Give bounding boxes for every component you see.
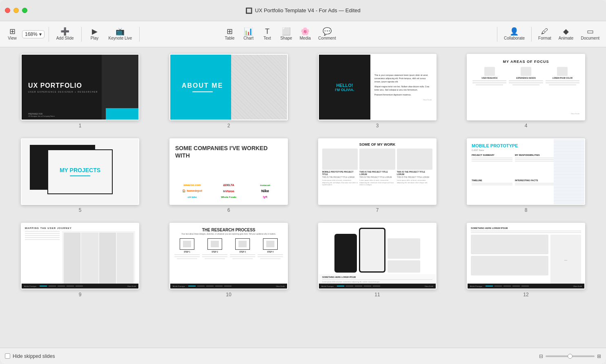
slide-thumb-6[interactable]: SOME COMPANIES I'VE WORKED WITH amazon.c… <box>169 138 288 205</box>
slide7-item1-title: MOBILE PROTOTYPE PROJECT TITLE <box>322 171 358 175</box>
collaborate-button[interactable]: 👤 Collaborate <box>501 26 528 42</box>
slide-number-4: 4 <box>525 123 528 129</box>
slide1-title: UX PORTFOLIO <box>28 82 98 89</box>
text-button[interactable]: T Text <box>258 26 276 42</box>
slide-item-7[interactable]: SOME OF MY WORK MOBILE PROTOTYPE PROJECT… <box>307 138 448 213</box>
slide-item-5[interactable]: MY PROJECTS 5 <box>10 138 150 213</box>
slide-item-10[interactable]: THE RESEARCH PROCESS Your text about the… <box>158 223 299 297</box>
slide-item-6[interactable]: SOME COMPANIES I'VE WORKED WITH amazon.c… <box>158 138 299 213</box>
slide7-item2-sub: THIS IS THE PROJECT TITLE LORUM <box>359 176 395 178</box>
comment-label: Comment <box>318 36 336 40</box>
add-slide-button[interactable]: ➕ Add Slide <box>53 26 77 42</box>
title-text: UX Portfolio Template V4 - For Ads — Edi… <box>255 7 360 13</box>
chart-icon: 📊 <box>244 28 253 35</box>
fullscreen-button[interactable] <box>22 8 27 13</box>
slide-thumb-3[interactable]: HELLO! I'M OLIVIA. This is your compass … <box>318 54 437 120</box>
bottombar: Hide skipped slides ⊟ ⊞ <box>0 348 606 364</box>
slide-thumb-5[interactable]: MY PROJECTS <box>21 138 139 205</box>
hide-skipped-wrap: Hide skipped slides <box>5 353 55 359</box>
slide5-title: MY PROJECTS <box>60 167 100 173</box>
keynote-live-label: Keynote Live <box>109 36 132 40</box>
slides-grid: UX PORTFOLIO USER EXPERIENCE DESIGNER + … <box>10 54 596 297</box>
keynote-icon: 🔲 <box>245 7 252 14</box>
slide4-label1: USER RESEARCH <box>481 77 497 79</box>
slide6-logo1: amazon.com <box>175 184 209 186</box>
slide4-footer: Olivia Smith <box>472 113 579 115</box>
animate-button[interactable]: ◆ Animate <box>555 26 577 42</box>
play-button[interactable]: ▶ Play <box>86 26 104 42</box>
slide-item-4[interactable]: MY AREAS OF FOCUS USER RESEARCH <box>456 54 596 129</box>
table-button[interactable]: ⊞ Table <box>221 26 238 42</box>
comment-icon: 💬 <box>323 28 332 35</box>
keynote-live-button[interactable]: 📺 Keynote Live <box>105 26 136 42</box>
insert-tools: ⊞ Table 📊 Chart T Text ⬜ Shape 🌸 Media 💬 <box>221 26 339 42</box>
document-label: Document <box>581 36 599 40</box>
slide10-subtitle: Your text about these designs, sketches,… <box>181 233 276 235</box>
slide-thumb-2[interactable]: ABOUT ME <box>169 54 288 120</box>
chart-button[interactable]: 📊 Chart <box>239 26 257 42</box>
slide-number-8: 8 <box>525 207 528 213</box>
zoom-control[interactable]: 168% ▾ <box>22 30 45 38</box>
close-button[interactable] <box>5 8 10 13</box>
slide-item-11[interactable]: SOMETHING HERE LOREM IPSUM Lorem ipsum d… <box>307 223 448 297</box>
zoom-chevron-icon: ▾ <box>39 31 42 37</box>
slide8-responsibilities-label: MY RESPONSIBILITIES <box>515 154 556 156</box>
zoom-slider-thumb <box>568 354 573 359</box>
slide-item-8[interactable]: MOBILE PROTOTYPE CLIENT: Name PROJECT SU… <box>456 138 596 213</box>
hide-skipped-checkbox[interactable] <box>5 353 10 359</box>
format-label: Format <box>538 36 551 40</box>
slide12-nav-label: Mobile Prototype <box>470 285 482 287</box>
slide3-name: I'M OLIVIA. <box>335 88 354 92</box>
media-button[interactable]: 🌸 Media <box>296 26 314 42</box>
slide-item-3[interactable]: HELLO! I'M OLIVIA. This is your compass … <box>307 54 448 129</box>
shape-button[interactable]: ⬜ Shape <box>277 26 295 42</box>
sep-5 <box>531 27 532 42</box>
slide10-step3-label: STEP 3 <box>239 251 245 253</box>
zoom-out-icon[interactable]: ⊟ <box>539 353 543 359</box>
slide-thumb-9[interactable]: MAPPING THE USER JOURNEY <box>21 223 139 289</box>
slide6-logo5: InVision <box>212 190 245 193</box>
zoom-slider-wrap: ⊟ ⊞ <box>539 353 601 359</box>
titlebar: 🔲 UX Portfolio Template V4 - For Ads — E… <box>0 0 606 21</box>
animate-label: Animate <box>559 36 574 40</box>
slide-number-6: 6 <box>227 207 230 213</box>
zoom-in-icon[interactable]: ⊞ <box>597 353 601 359</box>
slide-item-1[interactable]: UX PORTFOLIO USER EXPERIENCE DESIGNER + … <box>10 54 150 129</box>
slide-thumb-8[interactable]: MOBILE PROTOTYPE CLIENT: Name PROJECT SU… <box>467 138 585 205</box>
format-button[interactable]: 🖊 Format <box>535 26 555 42</box>
slide-thumb-4[interactable]: MY AREAS OF FOCUS USER RESEARCH <box>467 54 585 120</box>
slide7-item2-title: THIS IS THE PROJECT TITLE LORUM <box>359 171 395 175</box>
slide3-footer: Olivia Smith <box>374 99 432 101</box>
slide11-title: SOMETHING HERE LOREM IPSUM <box>322 276 432 278</box>
slide-item-2[interactable]: ABOUT ME 2 <box>158 54 299 129</box>
slide2-title: ABOUT ME <box>182 82 223 89</box>
slide7-item1-sub: THIS IS THE PROJECT TITLE LORUM <box>322 176 358 178</box>
view-zoom-slider[interactable] <box>546 355 595 357</box>
view-label: View <box>8 36 17 40</box>
slide-thumb-7[interactable]: SOME OF MY WORK MOBILE PROTOTYPE PROJECT… <box>318 138 437 205</box>
view-button[interactable]: ⊞ View <box>3 26 21 42</box>
slide-thumb-1[interactable]: UX PORTFOLIO USER EXPERIENCE DESIGNER + … <box>21 54 139 120</box>
right-tools: 👤 Collaborate 🖊 Format ◆ Animate ▭ Docum… <box>495 26 603 42</box>
slide10-nav-pagenum: Olivia Smith <box>276 285 285 287</box>
slide7-item1-text: Lorem ipsum dolor sit amet, consectetur … <box>322 179 358 186</box>
animate-icon: ◆ <box>563 28 569 35</box>
slide-item-12[interactable]: SOMETHING HERE LOREM IPSUM ■■■ <box>456 223 596 297</box>
sep-1 <box>49 27 49 42</box>
keynote-live-icon: 📺 <box>116 28 125 35</box>
slide12-sidebar: ■■■ <box>564 259 567 261</box>
comment-button[interactable]: 💬 Comment <box>315 26 339 42</box>
slide-thumb-10[interactable]: THE RESEARCH PROCESS Your text about the… <box>169 223 288 289</box>
view-icon: ⊞ <box>9 28 16 35</box>
shape-icon: ⬜ <box>282 28 291 35</box>
slide6-logo4: 🏠 homedepot <box>175 189 209 193</box>
slide-thumb-11[interactable]: SOMETHING HERE LOREM IPSUM Lorem ipsum d… <box>318 223 437 289</box>
slide9-title: MAPPING THE USER JOURNEY <box>25 227 135 229</box>
minimize-button[interactable] <box>13 8 19 13</box>
slide6-logo2: ΔDELTA <box>212 184 245 186</box>
slide-thumb-12[interactable]: SOMETHING HERE LOREM IPSUM ■■■ <box>467 223 585 289</box>
slide9-nav-pagenum: Olivia Smith <box>127 285 136 287</box>
slide11-nav-label: Mobile Prototype <box>321 285 334 287</box>
slide-item-9[interactable]: MAPPING THE USER JOURNEY <box>10 223 150 297</box>
document-button[interactable]: ▭ Document <box>577 26 603 42</box>
